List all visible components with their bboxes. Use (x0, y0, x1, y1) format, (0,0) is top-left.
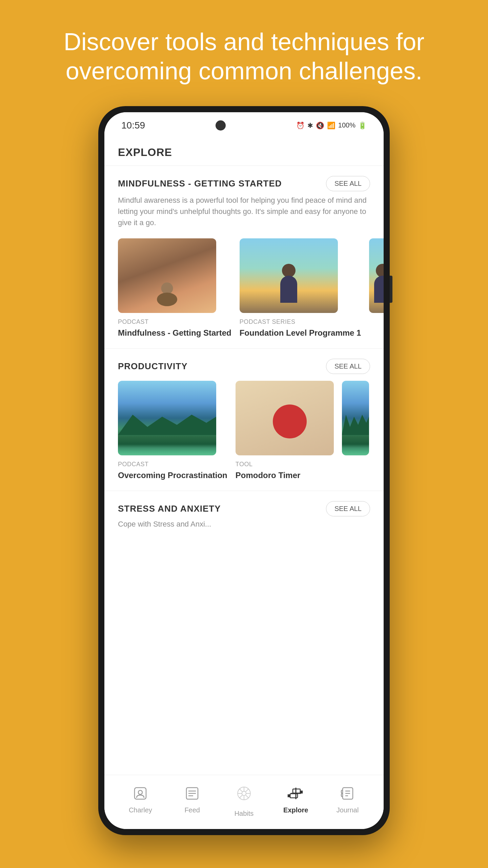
feed-icon (182, 783, 202, 804)
phone-side-button (390, 276, 392, 303)
card-type-mindfulness: PODCAST (118, 318, 231, 326)
productivity-see-all-button[interactable]: SEE ALL (326, 359, 370, 374)
stress-see-all-button[interactable]: SEE ALL (326, 501, 370, 516)
svg-rect-18 (293, 789, 300, 793)
bottom-navigation: Charley Feed (104, 775, 384, 829)
stress-description: Cope with Stress and Anxi... (104, 520, 384, 529)
stress-section: STRESS AND ANXIETY SEE ALL Cope with Str… (104, 491, 384, 532)
explore-title: EXPLORE (118, 146, 172, 158)
habits-icon (230, 780, 258, 807)
productivity-header: PRODUCTIVITY SEE ALL (104, 359, 384, 377)
wifi-icon: 📶 (327, 121, 336, 130)
nav-item-feed[interactable]: Feed (175, 783, 209, 814)
svg-line-13 (245, 795, 248, 798)
card-image-stones (118, 238, 216, 313)
mindfulness-see-all-button[interactable]: SEE ALL (326, 176, 370, 191)
card-partial-productivity[interactable] (342, 381, 369, 480)
card-procrastination-podcast[interactable]: PODCAST Overcoming Procrastination (118, 381, 227, 480)
explore-icon (286, 783, 306, 804)
svg-line-12 (239, 789, 242, 792)
mindfulness-cards-row: PODCAST Mindfulness - Getting Started PO… (104, 235, 384, 341)
productivity-cards-row: PODCAST Overcoming Procrastination TOOL … (104, 377, 384, 484)
card-name-pomodoro: Pomodoro Timer (236, 470, 334, 480)
page-headline: Discover tools and techniques for overco… (0, 0, 488, 106)
battery-text: 100% (338, 121, 355, 129)
svg-point-1 (138, 790, 142, 794)
phone-screen: 10:59 ⏰ ✱ 🔇 📶 100% 🔋 EXPLORE MINDFULNESS… (104, 112, 384, 829)
card-foundation-podcast[interactable]: PODCAST SERIES Foundation Level Programm… (240, 238, 361, 338)
card-image-timer (236, 381, 334, 455)
card-name-foundation: Foundation Level Programme 1 (240, 328, 361, 338)
battery-icon: 🔋 (358, 121, 367, 130)
card-type-pomodoro: TOOL (236, 461, 334, 468)
journal-icon (338, 783, 358, 804)
explore-label: Explore (283, 806, 308, 814)
nav-item-journal[interactable]: Journal (331, 783, 365, 814)
status-icons: ⏰ ✱ 🔇 📶 100% 🔋 (296, 121, 367, 130)
card-mindfulness-podcast[interactable]: PODCAST Mindfulness - Getting Started (118, 238, 231, 338)
feed-label: Feed (184, 806, 200, 814)
mindfulness-section: MINDFULNESS - GETTING STARTED SEE ALL Mi… (104, 166, 384, 349)
card-name-mindfulness: Mindfulness - Getting Started (118, 328, 231, 338)
charley-icon (130, 783, 150, 804)
charley-label: Charley (129, 806, 152, 814)
mindfulness-description: Mindful awareness is a powerful tool for… (104, 195, 384, 235)
timer-circle (273, 405, 307, 438)
card-image-mountain (118, 381, 216, 455)
productivity-section: PRODUCTIVITY SEE ALL PODCAST Overcoming … (104, 349, 384, 491)
stress-header: STRESS AND ANXIETY SEE ALL (104, 501, 384, 520)
stress-title: STRESS AND ANXIETY (118, 504, 221, 514)
bluetooth-icon: ✱ (307, 121, 313, 130)
status-time: 10:59 (121, 120, 145, 131)
nav-item-habits[interactable]: Habits (227, 780, 261, 817)
card-type-procrastination: PODCAST (118, 461, 227, 468)
card-type-foundation: PODCAST SERIES (240, 318, 361, 326)
card-partial-mindfulness[interactable] (369, 238, 384, 338)
productivity-title: PRODUCTIVITY (118, 361, 188, 372)
card-pomodoro-tool[interactable]: TOOL Pomodoro Timer (236, 381, 334, 480)
card-image-partial-prod (342, 381, 369, 455)
card-image-partial (369, 238, 384, 313)
svg-rect-20 (290, 794, 298, 798)
svg-marker-21 (288, 795, 290, 797)
phone-mockup: 10:59 ⏰ ✱ 🔇 📶 100% 🔋 EXPLORE MINDFULNESS… (98, 106, 390, 835)
svg-marker-19 (300, 791, 302, 793)
camera-dot (216, 120, 226, 131)
mute-icon: 🔇 (316, 121, 324, 130)
mindfulness-title: MINDFULNESS - GETTING STARTED (118, 178, 282, 189)
mindfulness-header: MINDFULNESS - GETTING STARTED SEE ALL (104, 176, 384, 195)
screen-content[interactable]: EXPLORE MINDFULNESS - GETTING STARTED SE… (104, 136, 384, 775)
nav-item-charley[interactable]: Charley (123, 783, 157, 814)
svg-line-15 (239, 795, 242, 798)
nav-item-explore[interactable]: Explore (279, 783, 313, 814)
card-image-person (240, 238, 338, 313)
explore-header: EXPLORE (104, 136, 384, 166)
status-bar: 10:59 ⏰ ✱ 🔇 📶 100% 🔋 (104, 112, 384, 136)
habits-label: Habits (235, 810, 254, 817)
svg-line-14 (245, 789, 248, 792)
journal-label: Journal (337, 806, 359, 814)
card-name-procrastination: Overcoming Procrastination (118, 470, 227, 480)
alarm-icon: ⏰ (296, 121, 305, 130)
